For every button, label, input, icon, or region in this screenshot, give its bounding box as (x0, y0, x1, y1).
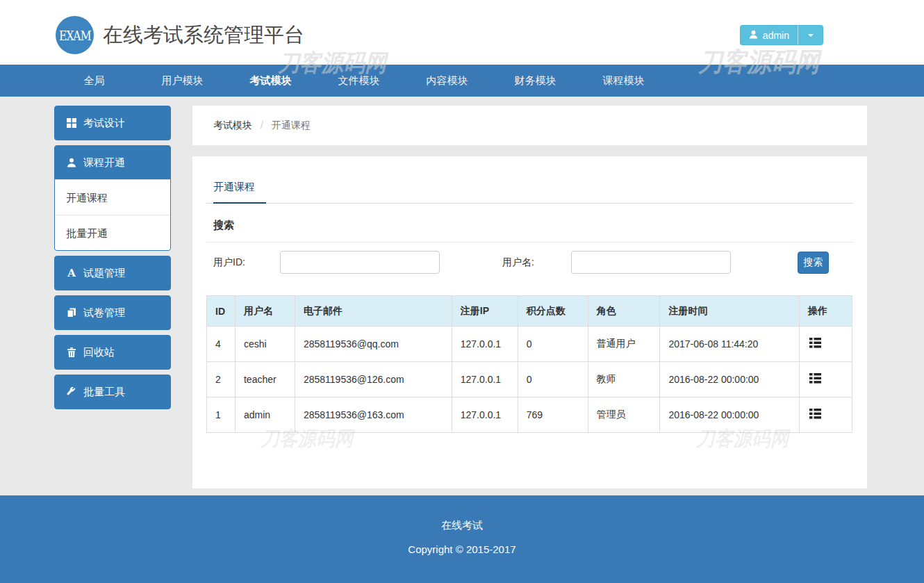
sidebar-item-recycle-bin[interactable]: 回收站 (55, 336, 170, 369)
cell-actions (800, 362, 852, 397)
column-header-用户名: 用户名 (235, 296, 295, 327)
sidebar-panel-batch-tools: 批量工具 (54, 375, 171, 409)
sidebar-panel-exam-design: 考试设计 (54, 106, 171, 140)
cell-actions (800, 397, 852, 433)
cell-email: 2858119536@qq.com (295, 327, 452, 362)
cell-ip: 127.0.0.1 (452, 327, 518, 362)
trash-icon (66, 347, 77, 358)
sidebar-item-label: 试题管理 (83, 267, 125, 280)
user-id-label: 用户ID: (213, 256, 280, 269)
search-button[interactable]: 搜索 (798, 252, 829, 274)
nav-item-内容模块[interactable]: 内容模块 (403, 65, 491, 97)
footer: 在线考试 Copyright © 2015-2017 (0, 495, 924, 583)
cell-points: 769 (518, 397, 588, 433)
cell-username: teacher (235, 362, 295, 397)
cell-ip: 127.0.0.1 (452, 397, 518, 433)
sidebar-submenu: 开通课程批量开通 (55, 179, 170, 250)
sidebar-subitem-批量开通[interactable]: 批量开通 (55, 215, 170, 250)
cell-time: 2016-08-22 00:00:00 (660, 362, 800, 397)
column-header-ID: ID (207, 296, 236, 327)
users-table: ID用户名电子邮件注册IP积分点数角色注册时间操作 4ceshi28581195… (206, 295, 852, 433)
sidebar-item-label: 试卷管理 (83, 306, 125, 320)
th-list-icon (809, 409, 821, 421)
user-id-input[interactable] (280, 251, 440, 274)
nav-item-考试模块[interactable]: 考试模块 (226, 65, 315, 97)
table-row: 2teacher2858119536@126.com127.0.0.10教师20… (207, 362, 852, 397)
sidebar-item-course-open[interactable]: 课程开通 (55, 146, 170, 179)
breadcrumb: 考试模块 / 开通课程 (192, 106, 867, 145)
cell-role: 普通用户 (588, 327, 660, 362)
search-form: 用户ID: 用户名: 搜索 (206, 251, 853, 274)
column-header-操作: 操作 (800, 296, 852, 327)
username-label: 用户名: (502, 256, 571, 269)
cell-actions (800, 327, 852, 362)
row-actions-button[interactable] (808, 337, 822, 351)
table-row: 1admin2858119536@163.com127.0.0.1769管理员2… (207, 397, 852, 433)
content-area: 考试设计课程开通开通课程批量开通A试题管理试卷管理回收站批量工具 考试模块 / … (0, 97, 924, 495)
user-icon (66, 157, 77, 168)
nav-item-文件模块[interactable]: 文件模块 (315, 65, 403, 97)
nav-item-用户模块[interactable]: 用户模块 (138, 65, 226, 97)
font-icon: A (66, 268, 77, 279)
cell-id: 4 (207, 327, 236, 362)
cell-username: admin (235, 397, 295, 433)
table-row: 4ceshi2858119536@qq.com127.0.0.10普通用户201… (207, 327, 852, 362)
sidebar-item-paper-mgmt[interactable]: 试卷管理 (55, 296, 170, 329)
row-actions-button[interactable] (808, 372, 822, 386)
breadcrumb-parent[interactable]: 考试模块 (213, 120, 252, 131)
user-icon (749, 30, 758, 41)
sidebar-item-label: 回收站 (83, 346, 115, 359)
logo-text: EXAM (59, 28, 91, 43)
sidebar-subitem-开通课程[interactable]: 开通课程 (55, 179, 170, 215)
user-dropdown-toggle[interactable] (798, 25, 823, 45)
page-title: 在线考试系统管理平台 (103, 22, 304, 49)
main-column: 考试模块 / 开通课程 开通课程 搜索 用户ID: 用户名: 搜索 (192, 106, 867, 488)
main-nav: 全局用户模块考试模块文件模块内容模块财务模块课程模块 (0, 65, 924, 97)
table-header-row: ID用户名电子邮件注册IP积分点数角色注册时间操作 (207, 296, 852, 327)
column-header-注册时间: 注册时间 (660, 296, 800, 327)
nav-item-财务模块[interactable]: 财务模块 (491, 65, 579, 97)
footer-copyright: Copyright © 2015-2017 (0, 543, 924, 555)
column-header-电子邮件: 电子邮件 (295, 296, 452, 327)
user-menu: admin (740, 25, 823, 45)
files-icon (66, 307, 77, 318)
nav-item-课程模块[interactable]: 课程模块 (579, 65, 668, 97)
wrench-icon (66, 386, 77, 397)
nav-item-全局[interactable]: 全局 (50, 65, 138, 97)
cell-id: 2 (207, 362, 236, 397)
cell-time: 2017-06-08 11:44:20 (660, 327, 800, 362)
column-header-积分点数: 积分点数 (518, 296, 588, 327)
search-section-title: 搜索 (213, 219, 853, 232)
user-button[interactable]: admin (740, 25, 798, 45)
tab-bar: 开通课程 (206, 181, 853, 204)
cell-email: 2858119536@163.com (295, 397, 452, 433)
cell-role: 教师 (588, 362, 660, 397)
sidebar-panel-question-mgmt: A试题管理 (54, 256, 171, 290)
breadcrumb-separator: / (261, 120, 263, 131)
divider (206, 242, 853, 243)
cell-id: 1 (207, 397, 236, 433)
sidebar-item-exam-design[interactable]: 考试设计 (55, 106, 170, 140)
username-input[interactable] (571, 251, 731, 274)
cell-time: 2016-08-22 00:00:00 (660, 397, 800, 433)
main-panel: 开通课程 搜索 用户ID: 用户名: 搜索 ID用户名电子邮件注册I (192, 156, 867, 488)
column-header-注册IP: 注册IP (452, 296, 518, 327)
th-list-icon (809, 338, 821, 350)
chevron-down-icon (808, 34, 814, 37)
sidebar-panel-paper-mgmt: 试卷管理 (54, 295, 171, 330)
sidebar-item-batch-tools[interactable]: 批量工具 (55, 375, 170, 409)
breadcrumb-current: 开通课程 (272, 120, 311, 131)
sidebar-panel-recycle-bin: 回收站 (54, 335, 171, 370)
sidebar-item-question-mgmt[interactable]: A试题管理 (55, 256, 170, 290)
sidebar-item-label: 课程开通 (83, 156, 125, 170)
footer-site-name: 在线考试 (0, 495, 924, 532)
th-large-icon (66, 117, 77, 129)
user-button-label: admin (763, 30, 789, 41)
cell-points: 0 (518, 327, 588, 362)
th-list-icon (809, 373, 821, 386)
page: EXAM 在线考试系统管理平台 admin 全局用户模块考试模块文件模块内容模块… (0, 0, 924, 583)
tab-open-course[interactable]: 开通课程 (213, 181, 266, 204)
header: EXAM 在线考试系统管理平台 admin (0, 0, 924, 65)
cell-role: 管理员 (588, 397, 660, 433)
row-actions-button[interactable] (808, 408, 822, 422)
